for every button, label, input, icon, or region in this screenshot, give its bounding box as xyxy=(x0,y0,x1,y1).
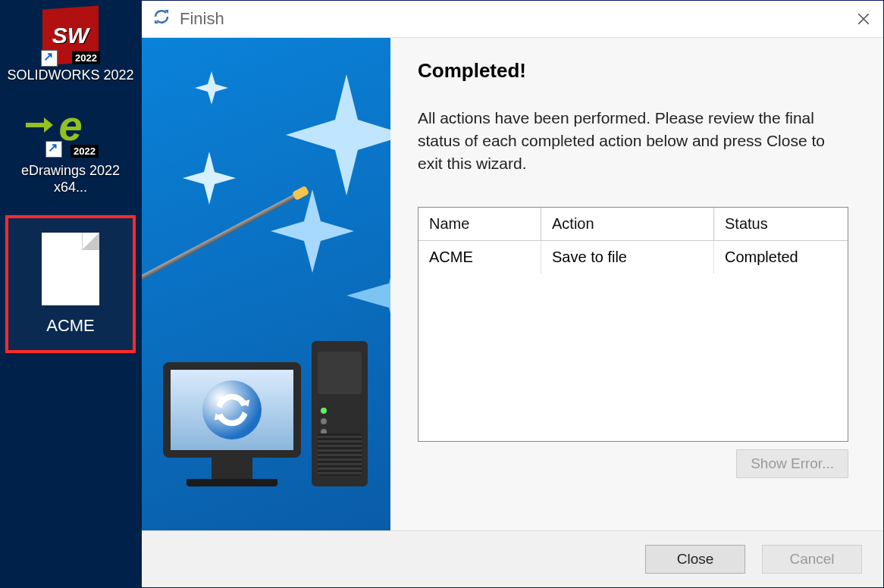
col-name[interactable]: Name xyxy=(418,208,541,240)
shortcut-overlay-icon xyxy=(41,50,58,67)
page-description: All actions have been performed. Please … xyxy=(418,107,848,175)
cell-action: Save to file xyxy=(541,241,714,274)
refresh-icon xyxy=(152,8,171,30)
col-action[interactable]: Action xyxy=(541,208,714,240)
svg-marker-2 xyxy=(195,71,228,105)
desktop-shortcut-label: eDrawings 2022 x64... xyxy=(5,162,136,195)
wizard-main-pane: Completed! All actions have been perform… xyxy=(390,38,883,530)
solidworks-icon: 2022 xyxy=(42,5,99,65)
svg-marker-1 xyxy=(183,152,236,205)
page-heading: Completed! xyxy=(418,59,848,83)
cell-name: ACME xyxy=(418,241,541,274)
desktop-strip: 2022 SOLIDWORKS 2022 e 2022 eDrawings 20… xyxy=(0,0,141,588)
svg-marker-4 xyxy=(346,242,390,349)
sync-icon xyxy=(202,380,262,439)
edrawings-icon: e 2022 xyxy=(42,103,99,159)
desktop-shortcut-label: SOLIDWORKS 2022 xyxy=(5,67,136,83)
desktop-shortcut-edrawings[interactable]: e 2022 eDrawings 2022 x64... xyxy=(5,103,136,195)
close-button[interactable]: Close xyxy=(645,545,745,574)
wizard-artwork xyxy=(142,38,390,530)
year-badge: 2022 xyxy=(71,145,99,158)
close-icon[interactable] xyxy=(848,6,879,32)
show-error-button: Show Error... xyxy=(736,449,848,478)
results-table: Name Action Status ACME Save to file Com… xyxy=(418,207,848,442)
window-title: Finish xyxy=(180,9,224,29)
file-icon xyxy=(42,233,99,305)
desktop-file-acme[interactable]: ACME xyxy=(5,215,136,353)
wizard-dialog: Finish Completed! xyxy=(141,0,884,588)
year-badge: 2022 xyxy=(72,52,100,64)
desktop-shortcut-solidworks[interactable]: 2022 SOLIDWORKS 2022 xyxy=(5,8,136,83)
table-header: Name Action Status xyxy=(418,208,848,241)
desktop-file-label: ACME xyxy=(46,316,95,336)
dialog-footer: Close Cancel xyxy=(142,530,883,587)
shortcut-overlay-icon xyxy=(45,141,62,158)
col-status[interactable]: Status xyxy=(714,208,848,240)
cell-status: Completed xyxy=(714,241,848,274)
table-row[interactable]: ACME Save to file Completed xyxy=(418,241,848,274)
cancel-button: Cancel xyxy=(762,545,862,574)
title-bar: Finish xyxy=(142,1,883,37)
svg-marker-0 xyxy=(286,74,390,195)
